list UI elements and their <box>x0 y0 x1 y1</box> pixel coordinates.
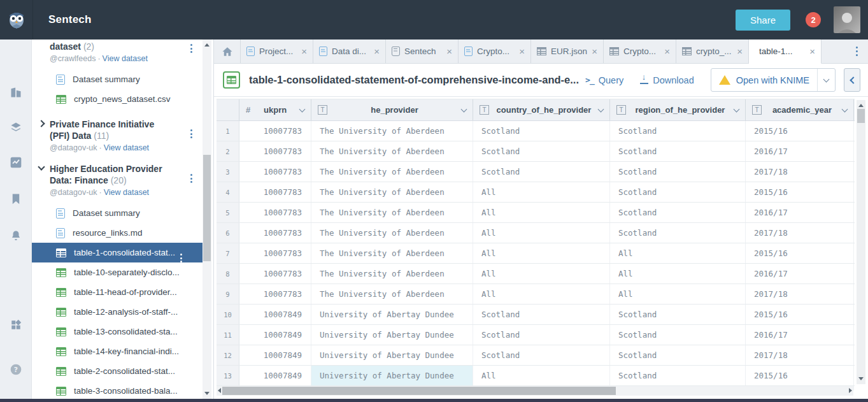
sidebar-file-item[interactable]: table-2-consolidated-stat... <box>32 361 213 381</box>
cell-academic-year[interactable]: 2016/17 <box>746 203 854 222</box>
sidebar-file-item[interactable]: resource_links.md <box>32 223 213 243</box>
column-header-he-provider[interactable]: he_provider <box>311 99 473 120</box>
cell-academic-year[interactable]: 2016/17 <box>746 264 854 284</box>
cell-academic-year[interactable]: 2016/17 <box>746 325 854 345</box>
cell-region[interactable]: Scotland <box>610 366 746 385</box>
kebab-menu-icon[interactable] <box>187 43 196 54</box>
kebab-menu-icon[interactable] <box>187 173 196 184</box>
cell-academic-year[interactable]: 2015/16 <box>746 366 854 385</box>
tab-overflow-kebab-icon[interactable] <box>845 39 868 63</box>
pfi-section-header[interactable]: Private Finance Initiative (PFI) Data (1… <box>32 118 213 154</box>
cell-region[interactable]: Scotland <box>610 223 746 243</box>
notification-badge[interactable]: 2 <box>806 12 821 27</box>
sidebar-file-item[interactable]: table-14-key-financial-indi... <box>32 341 213 361</box>
cell-academic-year[interactable]: 2017/18 <box>746 345 854 365</box>
column-header-region[interactable]: region_of_he_provider <box>610 99 746 120</box>
bell-icon[interactable] <box>8 228 24 243</box>
sidebar-file-item[interactable]: table-11-head-of-provider... <box>32 282 213 302</box>
close-icon[interactable]: × <box>301 47 307 56</box>
sidebar-scrollbar[interactable] <box>203 39 211 399</box>
cell-country[interactable]: All <box>473 284 610 304</box>
view-dataset-link[interactable]: View dataset <box>104 188 149 197</box>
user-avatar[interactable] <box>834 6 860 33</box>
cell-ukprn[interactable]: 10007783 <box>239 264 311 284</box>
cell-he-provider[interactable]: The University of Aberdeen <box>311 141 473 161</box>
app-logo[interactable] <box>0 0 33 39</box>
cell-ukprn[interactable]: 10007783 <box>239 162 311 182</box>
column-header-country[interactable]: country_of_he_provider <box>473 99 610 120</box>
cell-country[interactable]: Scotland <box>473 121 610 141</box>
cell-academic-year[interactable]: 2015/16 <box>746 121 854 141</box>
cell-region[interactable]: Scotland <box>610 305 746 324</box>
cell-country[interactable]: All <box>473 203 610 222</box>
buildings-icon[interactable] <box>8 85 24 100</box>
view-dataset-link[interactable]: View dataset <box>103 54 148 63</box>
cell-ukprn[interactable]: 10007783 <box>239 182 311 202</box>
cell-country[interactable]: Scotland <box>473 305 610 324</box>
sidebar-file-item[interactable]: Dataset summary <box>32 203 213 223</box>
cell-country[interactable]: Scotland <box>473 345 610 365</box>
cell-ukprn[interactable]: 10007849 <box>239 366 311 385</box>
cell-country[interactable]: All <box>473 182 610 202</box>
bookmark-icon[interactable] <box>8 191 24 206</box>
cell-he-provider[interactable]: The University of Aberdeen <box>311 223 473 243</box>
cell-he-provider[interactable]: The University of Aberdeen <box>311 203 473 222</box>
cell-country[interactable]: All <box>473 366 610 385</box>
cell-ukprn[interactable]: 10007783 <box>239 121 311 141</box>
chevron-down-icon[interactable] <box>38 163 45 170</box>
scroll-right-arrow[interactable] <box>849 388 852 393</box>
chevron-right-icon[interactable] <box>38 120 45 127</box>
column-header-academic-year[interactable]: academic_year <box>746 99 854 120</box>
cell-he-provider[interactable]: University of Abertay Dundee <box>311 366 473 385</box>
open-with-knime-button[interactable]: Open with KNIME <box>711 68 836 92</box>
document-tab[interactable]: EUR.json × <box>531 39 604 63</box>
cell-he-provider[interactable]: University of Abertay Dundee <box>311 325 473 345</box>
cell-country[interactable]: All <box>473 223 610 243</box>
cell-he-provider[interactable]: The University of Aberdeen <box>311 182 473 202</box>
cell-academic-year[interactable]: 2017/18 <box>746 162 854 182</box>
cell-he-provider[interactable]: University of Abertay Dundee <box>311 305 473 324</box>
cell-academic-year[interactable]: 2017/18 <box>746 284 854 304</box>
document-tab[interactable]: Data di... × <box>313 39 386 63</box>
cell-academic-year[interactable]: 2015/16 <box>746 243 854 263</box>
cell-academic-year[interactable]: 2017/18 <box>746 223 854 243</box>
cell-he-provider[interactable]: The University of Aberdeen <box>311 162 473 182</box>
sidebar-file-item[interactable]: table-1-consolidated-stat... <box>32 243 203 262</box>
collapse-panel-button[interactable] <box>844 68 860 92</box>
help-icon[interactable]: ? <box>8 362 24 377</box>
view-dataset-link[interactable]: View dataset <box>104 143 149 152</box>
sidebar-file-item[interactable]: table-3-consolidated-bala... <box>32 381 213 399</box>
sidebar-file-item[interactable]: crypto_news_dataset.csv <box>32 89 213 109</box>
cell-he-provider[interactable]: The University of Aberdeen <box>311 121 473 141</box>
cell-region[interactable]: Scotland <box>610 325 746 345</box>
cell-region[interactable]: Scotland <box>610 162 746 182</box>
cell-region[interactable]: All <box>610 264 746 284</box>
knime-dropdown-caret[interactable] <box>817 69 835 91</box>
grid-horizontal-scrollbar[interactable] <box>217 386 853 396</box>
column-header-ukprn[interactable]: ukprn <box>239 99 311 120</box>
cell-country[interactable]: All <box>473 264 610 284</box>
cell-he-provider[interactable]: University of Abertay Dundee <box>311 345 473 365</box>
analytics-icon[interactable] <box>8 155 24 170</box>
cell-ukprn[interactable]: 10007783 <box>239 243 311 263</box>
cell-he-provider[interactable]: The University of Aberdeen <box>311 264 473 284</box>
apps-grid-icon[interactable] <box>8 317 24 333</box>
cell-ukprn[interactable]: 10007783 <box>239 141 311 161</box>
chevron-down-icon[interactable] <box>734 106 740 112</box>
cell-he-provider[interactable]: The University of Aberdeen <box>311 284 473 304</box>
grid-vertical-scrollbar[interactable] <box>857 100 865 384</box>
cell-region[interactable]: Scotland <box>610 203 746 222</box>
cell-country[interactable]: Scotland <box>473 162 610 182</box>
sidebar-file-item[interactable]: table-10-separately-disclo... <box>32 262 213 282</box>
document-tab[interactable]: Sentech × <box>386 39 459 63</box>
kebab-menu-icon[interactable] <box>187 128 196 140</box>
close-icon[interactable]: × <box>519 47 525 56</box>
scroll-down-arrow[interactable] <box>858 377 864 380</box>
chevron-down-icon[interactable] <box>598 106 604 112</box>
sidebar-file-item[interactable]: table-13-consolidated-sta... <box>32 322 213 341</box>
cell-ukprn[interactable]: 10007783 <box>239 284 311 304</box>
chevron-down-icon[interactable] <box>461 106 467 112</box>
cell-region[interactable]: Scotland <box>610 141 746 161</box>
cell-ukprn[interactable]: 10007849 <box>239 305 311 324</box>
cell-region[interactable]: Scotland <box>610 345 746 365</box>
